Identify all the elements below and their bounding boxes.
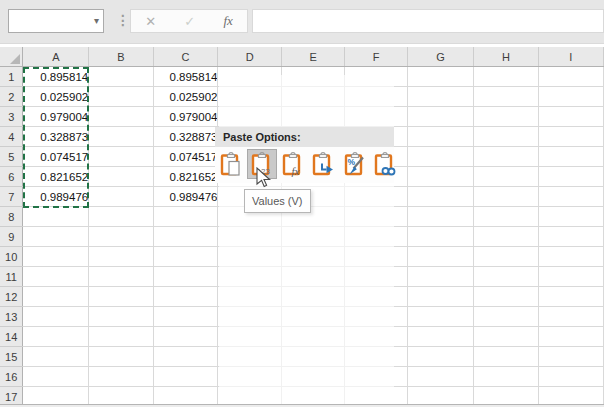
column-header-I[interactable]: I [538,47,603,67]
cell-G2[interactable] [407,87,473,107]
cell-G15[interactable] [407,347,473,367]
cell-G16[interactable] [407,367,473,387]
cell-C1[interactable]: 0.895814 [153,67,218,87]
cell-B10[interactable] [89,247,153,267]
cell-C15[interactable] [153,347,218,367]
cell-I16[interactable] [538,367,603,387]
cell-B15[interactable] [89,347,153,367]
cell-C2[interactable]: 0.025902 [153,87,218,107]
cell-C8[interactable] [153,207,218,227]
cell-G6[interactable] [407,167,473,187]
cell-A5[interactable]: 0.074517 [23,147,89,167]
chevron-down-icon[interactable]: ▾ [94,14,99,28]
cell-G14[interactable] [407,327,473,347]
column-header-H[interactable]: H [474,47,538,67]
cell-B8[interactable] [89,207,153,227]
cell-H13[interactable] [474,307,538,327]
cell-B3[interactable] [89,107,153,127]
cell-H3[interactable] [474,107,538,127]
cell-I4[interactable] [538,127,603,147]
row-header-2[interactable]: 2 [0,87,23,107]
cell-I11[interactable] [538,267,603,287]
cell-G13[interactable] [407,307,473,327]
cell-I6[interactable] [538,167,603,187]
cell-C7[interactable]: 0.989476 [153,187,218,207]
row-header-5[interactable]: 5 [0,147,23,167]
cell-A2[interactable]: 0.025902 [23,87,89,107]
row-header-10[interactable]: 10 [0,247,23,267]
cell-A3[interactable]: 0.979004 [23,107,89,127]
column-header-A[interactable]: A [23,47,89,67]
cell-H9[interactable] [474,227,538,247]
cell-A6[interactable]: 0.821652 [23,167,89,187]
row-header-1[interactable]: 1 [0,67,23,87]
cell-I10[interactable] [538,247,603,267]
cell-H6[interactable] [474,167,538,187]
cell-A15[interactable] [23,347,89,367]
row-header-16[interactable]: 16 [0,367,23,387]
cell-B1[interactable] [89,67,153,87]
cell-B11[interactable] [89,267,153,287]
insert-function-icon[interactable]: fx [223,13,232,29]
cell-I5[interactable] [538,147,603,167]
cell-A10[interactable] [23,247,89,267]
paste-link-icon[interactable] [370,149,400,179]
cell-C16[interactable] [153,367,218,387]
cell-I8[interactable] [538,207,603,227]
cell-G7[interactable] [407,187,473,207]
column-header-F[interactable]: F [345,47,407,67]
formula-input[interactable] [252,9,604,33]
cell-G12[interactable] [407,287,473,307]
row-header-12[interactable]: 12 [0,287,23,307]
cell-A4[interactable]: 0.328873 [23,127,89,147]
cell-C3[interactable]: 0.979004 [153,107,218,127]
enter-icon[interactable]: ✓ [184,14,195,29]
cell-H16[interactable] [474,367,538,387]
cell-I13[interactable] [538,307,603,327]
cell-H1[interactable] [474,67,538,87]
row-header-13[interactable]: 13 [0,307,23,327]
paste-transpose-icon[interactable] [308,149,338,179]
cell-A16[interactable] [23,367,89,387]
cell-H10[interactable] [474,247,538,267]
cell-A9[interactable] [23,227,89,247]
cell-I12[interactable] [538,287,603,307]
cell-C12[interactable] [153,287,218,307]
cell-C11[interactable] [153,267,218,287]
cell-A8[interactable] [23,207,89,227]
cell-B14[interactable] [89,327,153,347]
cell-B5[interactable] [89,147,153,167]
cell-H12[interactable] [474,287,538,307]
cell-A7[interactable]: 0.989476 [23,187,89,207]
cell-G10[interactable] [407,247,473,267]
cell-I1[interactable] [538,67,603,87]
cell-H14[interactable] [474,327,538,347]
cell-G9[interactable] [407,227,473,247]
column-header-B[interactable]: B [89,47,153,67]
paste-formulas-icon[interactable]: fx [278,149,308,179]
cell-C5[interactable]: 0.074517 [153,147,218,167]
cell-C6[interactable]: 0.821652 [153,167,218,187]
cell-A1[interactable]: 0.895814 [23,67,89,87]
column-header-D[interactable]: D [218,47,281,67]
cell-H15[interactable] [474,347,538,367]
row-header-11[interactable]: 11 [0,267,23,287]
name-box[interactable]: ▾ [8,9,104,33]
cell-I3[interactable] [538,107,603,127]
cell-A12[interactable] [23,287,89,307]
paste-icon[interactable] [216,149,246,179]
cell-B9[interactable] [89,227,153,247]
cell-H2[interactable] [474,87,538,107]
row-header-7[interactable]: 7 [0,187,23,207]
cell-A14[interactable] [23,327,89,347]
cell-B12[interactable] [89,287,153,307]
cell-A13[interactable] [23,307,89,327]
cell-C9[interactable] [153,227,218,247]
cell-B4[interactable] [89,127,153,147]
cell-C14[interactable] [153,327,218,347]
cell-C4[interactable]: 0.328873 [153,127,218,147]
row-header-3[interactable]: 3 [0,107,23,127]
paste-formatting-icon[interactable]: % [340,149,370,179]
cell-B2[interactable] [89,87,153,107]
cell-B7[interactable] [89,187,153,207]
